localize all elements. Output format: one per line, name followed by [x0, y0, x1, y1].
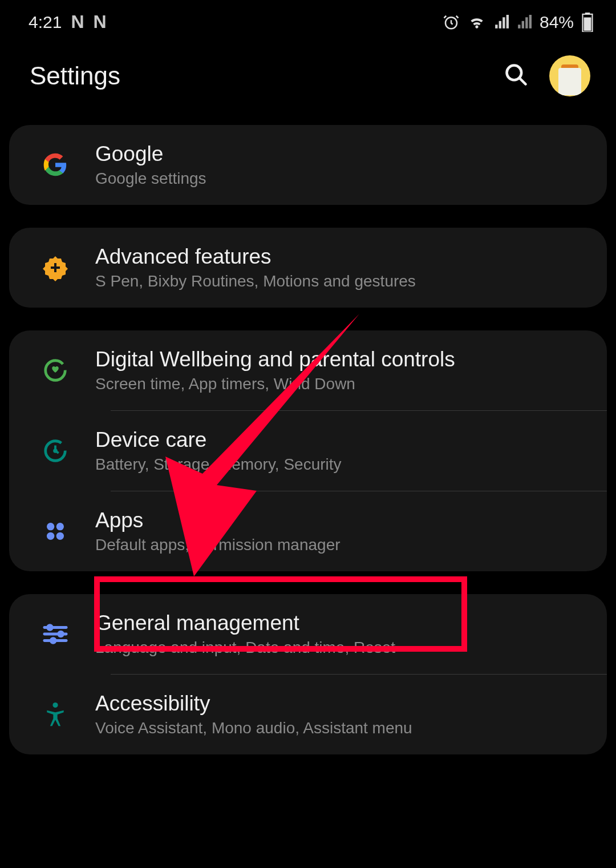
settings-item-accessibility[interactable]: Accessibility Voice Assistant, Mono audi…: [9, 675, 607, 754]
item-subtitle: Voice Assistant, Mono audio, Assistant m…: [95, 719, 584, 737]
device-care-icon: [40, 436, 70, 466]
item-title: Accessibility: [95, 692, 584, 716]
item-subtitle: Default apps, Permission manager: [95, 536, 584, 554]
item-text: Advanced features S Pen, Bixby Routines,…: [95, 245, 584, 290]
item-text: Apps Default apps, Permission manager: [95, 508, 584, 554]
profile-avatar[interactable]: [549, 55, 590, 96]
wifi-icon: [468, 13, 486, 31]
page-title: Settings: [30, 62, 120, 90]
settings-list: Google Google settings Advanced features…: [0, 125, 616, 754]
item-subtitle: Google settings: [95, 169, 584, 188]
alarm-icon: [443, 14, 460, 31]
battery-icon: [582, 13, 593, 32]
settings-group: Digital Wellbeing and parental controls …: [9, 330, 607, 571]
signal-icon-1: [494, 15, 509, 30]
svg-point-18: [52, 703, 58, 708]
item-title: Advanced features: [95, 245, 584, 269]
settings-item-google[interactable]: Google Google settings: [9, 125, 607, 205]
status-right: 84%: [443, 13, 593, 32]
status-bar: 4:21 N N 84%: [0, 0, 616, 38]
svg-point-7: [53, 449, 58, 453]
item-subtitle: Battery, Storage, Memory, Security: [95, 455, 584, 474]
status-time: 4:21: [29, 13, 62, 32]
item-title: Apps: [95, 508, 584, 532]
svg-point-15: [59, 632, 63, 636]
svg-point-9: [56, 523, 64, 530]
item-text: Device care Battery, Storage, Memory, Se…: [95, 428, 584, 474]
notification-icon-n-1: N: [71, 11, 84, 33]
settings-item-device-care[interactable]: Device care Battery, Storage, Memory, Se…: [9, 411, 607, 491]
sliders-icon: [40, 619, 70, 649]
item-subtitle: Language and input, Date and time, Reset: [95, 639, 584, 657]
svg-point-11: [56, 532, 64, 540]
settings-item-apps[interactable]: Apps Default apps, Permission manager: [9, 491, 607, 571]
settings-group: Advanced features S Pen, Bixby Routines,…: [9, 228, 607, 308]
status-left: 4:21 N N: [29, 11, 107, 33]
accessibility-icon: [40, 700, 70, 729]
item-text: General management Language and input, D…: [95, 611, 584, 657]
item-title: Digital Wellbeing and parental controls: [95, 348, 584, 372]
settings-item-general-management[interactable]: General management Language and input, D…: [9, 594, 607, 674]
signal-icon-2: [517, 15, 532, 30]
item-subtitle: Screen time, App timers, Wind Down: [95, 375, 584, 393]
item-text: Google Google settings: [95, 142, 584, 188]
svg-point-13: [48, 625, 52, 630]
svg-rect-3: [584, 17, 591, 30]
svg-point-8: [47, 523, 54, 530]
google-icon: [40, 150, 70, 180]
item-title: General management: [95, 611, 584, 635]
item-text: Accessibility Voice Assistant, Mono audi…: [95, 692, 584, 737]
header: Settings: [0, 38, 616, 125]
item-subtitle: S Pen, Bixby Routines, Motions and gestu…: [95, 272, 584, 290]
item-text: Digital Wellbeing and parental controls …: [95, 348, 584, 393]
notification-icon-n-2: N: [94, 11, 107, 33]
header-actions: [504, 55, 590, 96]
svg-point-10: [47, 532, 54, 540]
battery-percent: 84%: [540, 13, 574, 32]
settings-item-digital-wellbeing[interactable]: Digital Wellbeing and parental controls …: [9, 330, 607, 410]
settings-group: Google Google settings: [9, 125, 607, 205]
wellbeing-icon: [40, 356, 70, 385]
settings-item-advanced-features[interactable]: Advanced features S Pen, Bixby Routines,…: [9, 228, 607, 308]
svg-point-17: [51, 639, 55, 643]
gear-plus-icon: [40, 253, 70, 282]
item-title: Device care: [95, 428, 584, 452]
settings-group: General management Language and input, D…: [9, 594, 607, 754]
apps-grid-icon: [40, 516, 70, 546]
search-icon[interactable]: [504, 62, 529, 90]
item-title: Google: [95, 142, 584, 166]
